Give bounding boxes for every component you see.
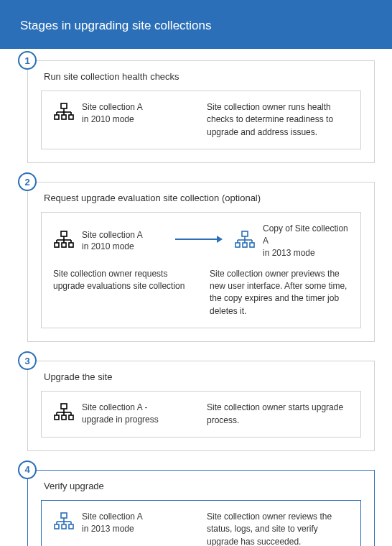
stage-2-copy-line2: in 2013 mode [263, 247, 349, 259]
svg-rect-44 [55, 524, 59, 529]
stage-2-right-desc: Site collection owner previews the new u… [210, 268, 349, 318]
svg-rect-15 [55, 243, 59, 247]
svg-rect-45 [62, 524, 66, 529]
stage-2-bottom-row: Site collection owner requests upgrade e… [53, 268, 349, 318]
stage-1-desc: Site collection owner runs health checks… [207, 101, 349, 139]
stage-1-title: Run site collection health checks [44, 71, 361, 82]
svg-rect-20 [242, 231, 248, 236]
stage-3-left: Site collection A - upgrade in progress [53, 402, 195, 427]
page-title: Stages in upgrading site collections [20, 19, 372, 33]
svg-rect-0 [61, 103, 67, 108]
arrow-right-icon [175, 234, 223, 247]
stage-2-inner: Site collection A in 2010 mode [41, 212, 361, 328]
stage-3-site-line1: Site collection A - [82, 402, 159, 414]
svg-rect-9 [61, 231, 67, 236]
svg-rect-37 [69, 415, 73, 420]
svg-rect-38 [61, 513, 67, 518]
stage-number-1: 1 [18, 51, 37, 70]
stage-number-2: 2 [18, 172, 37, 191]
svg-rect-28 [250, 243, 254, 247]
stage-4-site-line1: Site collection A [82, 511, 143, 523]
stage-3-inner: Site collection A - upgrade in progress … [41, 391, 361, 438]
svg-rect-17 [69, 243, 73, 247]
stage-2-copy-label: Copy of Site collection A in 2013 mode [263, 223, 349, 259]
stage-3-desc: Site collection owner starts upgrade pro… [207, 402, 349, 427]
stage-2-top-row: Site collection A in 2010 mode [53, 223, 349, 259]
stage-4-site-line2: in 2013 mode [82, 523, 143, 535]
stage-1-left: Site collection A in 2010 mode [53, 101, 195, 139]
stage-3: 3 Upgrade the site [27, 361, 375, 451]
stage-2-source-line1: Site collection A [82, 229, 143, 241]
stage-4-inner: Site collection A in 2013 mode Site coll… [41, 500, 361, 546]
site-hierarchy-icon [53, 103, 75, 125]
stage-2-copy: Copy of Site collection A in 2013 mode [234, 223, 349, 259]
site-hierarchy-icon [234, 231, 256, 252]
svg-rect-27 [243, 243, 247, 247]
svg-rect-8 [69, 115, 73, 119]
page-header: Stages in upgrading site collections [0, 0, 392, 49]
stage-1-inner: Site collection A in 2010 mode Site coll… [41, 91, 361, 149]
site-hierarchy-icon [53, 231, 75, 252]
stage-2-source-line2: in 2010 mode [82, 241, 143, 253]
content-area: 1 Run site collection health checks [0, 49, 392, 546]
site-hierarchy-icon [53, 403, 75, 425]
svg-marker-19 [217, 236, 223, 243]
stage-1: 1 Run site collection health checks [27, 60, 375, 163]
svg-rect-29 [61, 404, 67, 409]
stage-4-desc: Site collection owner reviews the status… [207, 511, 349, 546]
svg-rect-26 [235, 243, 240, 247]
svg-rect-16 [62, 243, 66, 247]
svg-rect-6 [55, 115, 59, 119]
svg-rect-7 [62, 115, 66, 119]
stage-2-title: Request upgrade evaluation site collecti… [44, 193, 361, 203]
stage-3-site-line2: upgrade in progress [82, 414, 159, 426]
stage-3-site-label: Site collection A - upgrade in progress [82, 402, 159, 426]
stage-2-copy-line1: Copy of Site collection A [263, 223, 349, 247]
stage-1-site-line2: in 2010 mode [82, 114, 143, 126]
stage-3-title: Upgrade the site [44, 371, 361, 382]
stage-2-left-desc: Site collection owner requests upgrade e… [53, 268, 192, 318]
svg-rect-36 [62, 415, 66, 420]
stage-number-4: 4 [18, 461, 37, 479]
stage-4-title: Verify upgrade [44, 481, 361, 491]
stage-4-left: Site collection A in 2013 mode [53, 511, 195, 546]
site-hierarchy-icon [53, 512, 75, 535]
stage-2-source-label: Site collection A in 2010 mode [82, 229, 143, 254]
stage-number-3: 3 [18, 351, 37, 370]
stage-1-site-line1: Site collection A [82, 101, 143, 114]
stage-4-site-label: Site collection A in 2013 mode [82, 511, 143, 535]
stage-1-site-label: Site collection A in 2010 mode [82, 101, 143, 126]
svg-rect-35 [55, 415, 59, 420]
stage-2: 2 Request upgrade evaluation site collec… [27, 182, 375, 342]
svg-rect-46 [69, 524, 73, 529]
stage-2-source: Site collection A in 2010 mode [53, 229, 168, 254]
stage-4: 4 Verify upgrade [27, 470, 375, 546]
